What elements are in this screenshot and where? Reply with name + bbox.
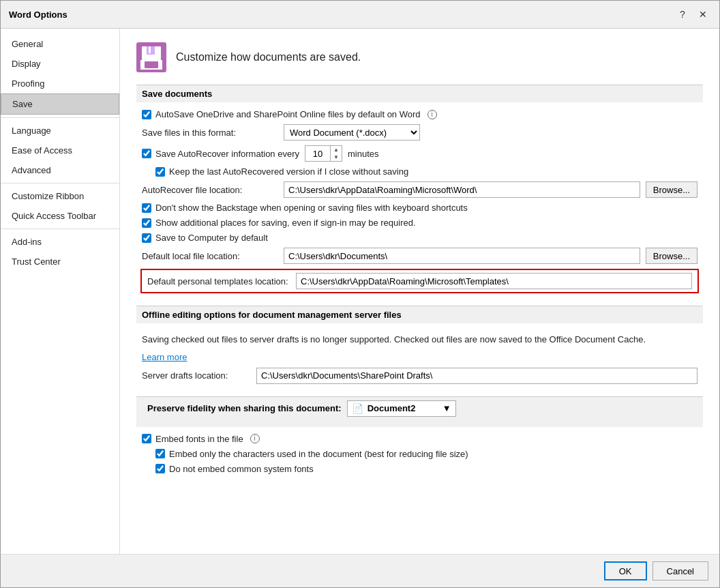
embed-fonts-checkbox[interactable]: [142, 434, 151, 443]
sidebar-item-customize-ribbon[interactable]: Customize Ribbon: [1, 186, 119, 206]
page-title: Customize how documents are saved.: [176, 51, 361, 63]
cancel-button[interactable]: Cancel: [652, 561, 708, 580]
embed-fonts-info-icon: i: [250, 434, 260, 443]
default-local-row: Default local file location: Browse...: [136, 248, 703, 264]
embed-fonts-row: Embed fonts in the file i: [136, 434, 703, 444]
sidebar-item-save[interactable]: Save: [1, 93, 119, 115]
save-computer-checkbox[interactable]: [142, 233, 151, 243]
spinner-up[interactable]: ▲: [331, 146, 342, 153]
no-backstage-label[interactable]: Don't show the Backstage when opening or…: [142, 203, 468, 213]
spinner-down[interactable]: ▼: [331, 153, 342, 161]
default-templates-label: Default personal templates location:: [147, 276, 290, 286]
help-button[interactable]: ?: [674, 6, 691, 23]
server-drafts-input[interactable]: [256, 368, 698, 384]
spinner-arrows: ▲ ▼: [330, 146, 342, 161]
embed-chars-row: Embed only the characters used in the do…: [136, 449, 703, 459]
save-computer-text: Save to Computer by default: [155, 233, 268, 243]
svg-rect-3: [149, 46, 151, 53]
page-header: Customize how documents are saved.: [136, 42, 703, 72]
learn-more-row: Learn more: [136, 352, 703, 368]
additional-places-text: Show additional places for saving, even …: [155, 218, 416, 228]
autosave-info-icon: i: [427, 110, 437, 119]
preserve-fidelity-header: Preserve fidelity when sharing this docu…: [136, 396, 703, 427]
additional-places-row: Show additional places for saving, even …: [136, 218, 703, 228]
word-options-dialog: Word Options ? ✕ General Display Proofin…: [0, 0, 720, 588]
save-format-label: Save files in this format:: [142, 128, 278, 138]
save-format-row: Save files in this format: Word Document…: [136, 124, 703, 141]
default-local-browse-button[interactable]: Browse...: [646, 248, 698, 264]
dialog-body: General Display Proofing Save Language E…: [1, 29, 719, 554]
learn-more-link[interactable]: Learn more: [142, 352, 187, 362]
close-button[interactable]: ✕: [695, 6, 711, 23]
embed-chars-checkbox[interactable]: [155, 449, 165, 458]
no-system-fonts-checkbox[interactable]: [155, 464, 165, 473]
default-templates-input[interactable]: [296, 273, 692, 289]
additional-places-checkbox[interactable]: [142, 218, 151, 228]
autorecover-label[interactable]: Save AutoRecover information every: [142, 149, 299, 159]
sidebar-item-general[interactable]: General: [1, 34, 119, 54]
title-bar-controls: ? ✕: [674, 6, 711, 23]
autosave-checkbox[interactable]: [142, 110, 151, 119]
server-drafts-row: Server drafts location:: [136, 368, 703, 384]
embed-chars-text: Embed only the characters used in the do…: [169, 449, 468, 459]
fidelity-header-row: Preserve fidelity when sharing this docu…: [142, 400, 698, 417]
sidebar-divider-3: [1, 229, 119, 229]
sidebar-item-advanced[interactable]: Advanced: [1, 160, 119, 180]
dialog-footer: OK Cancel: [1, 554, 719, 587]
autorecover-location-input[interactable]: [284, 181, 640, 198]
document-select[interactable]: 📄 Document2 ▼: [347, 400, 456, 417]
autosave-text: AutoSave OneDrive and SharePoint Online …: [155, 109, 421, 119]
sidebar-item-language[interactable]: Language: [1, 121, 119, 141]
preserve-fidelity-section: Preserve fidelity when sharing this docu…: [136, 396, 703, 474]
autorecover-row: Save AutoRecover information every ▲ ▼ m…: [136, 145, 703, 162]
document-icon: 📄: [352, 403, 363, 414]
title-bar: Word Options ? ✕: [1, 1, 719, 29]
dropdown-arrow-icon: ▼: [442, 403, 451, 413]
offline-description: Saving checked out files to server draft…: [136, 330, 703, 352]
sidebar-divider-2: [1, 183, 119, 183]
embed-chars-label[interactable]: Embed only the characters used in the do…: [155, 449, 468, 459]
keep-last-text: Keep the last AutoRecovered version if I…: [169, 166, 408, 177]
embed-fonts-label[interactable]: Embed fonts in the file i: [142, 434, 260, 444]
autorecover-input[interactable]: [305, 146, 330, 161]
server-drafts-label: Server drafts location:: [142, 370, 251, 381]
save-documents-header: Save documents: [136, 85, 703, 102]
save-computer-label[interactable]: Save to Computer by default: [142, 233, 268, 243]
sidebar-item-add-ins[interactable]: Add-ins: [1, 232, 119, 252]
save-computer-row: Save to Computer by default: [136, 233, 703, 243]
embed-fonts-text: Embed fonts in the file: [155, 434, 243, 444]
svg-rect-5: [145, 61, 158, 68]
no-backstage-checkbox[interactable]: [142, 203, 151, 213]
autorecover-text: Save AutoRecover information every: [155, 149, 299, 159]
autosave-row: AutoSave OneDrive and SharePoint Online …: [136, 109, 703, 119]
autosave-label[interactable]: AutoSave OneDrive and SharePoint Online …: [142, 109, 437, 119]
fidelity-title: Preserve fidelity when sharing this docu…: [147, 403, 342, 413]
no-system-fonts-row: Do not embed common system fonts: [136, 464, 703, 474]
dialog-title: Word Options: [9, 10, 68, 20]
autorecover-browse-button[interactable]: Browse...: [646, 181, 698, 198]
sidebar-item-display[interactable]: Display: [1, 54, 119, 74]
sidebar-divider: [1, 117, 119, 118]
ok-button[interactable]: OK: [604, 561, 647, 580]
keep-last-checkbox[interactable]: [155, 167, 165, 177]
default-local-label: Default local file location:: [142, 251, 278, 261]
no-backstage-row: Don't show the Backstage when opening or…: [136, 203, 703, 213]
save-format-select[interactable]: Word Document (*.docx): [284, 124, 420, 141]
sidebar-item-ease-of-access[interactable]: Ease of Access: [1, 141, 119, 160]
autorecover-location-row: AutoRecover file location: Browse...: [136, 181, 703, 198]
no-system-fonts-label[interactable]: Do not embed common system fonts: [155, 464, 314, 474]
default-templates-row: Default personal templates location:: [140, 269, 699, 293]
offline-editing-header: Offline editing options for document man…: [136, 306, 703, 323]
sidebar-item-trust-center[interactable]: Trust Center: [1, 252, 119, 271]
sidebar-item-quick-access-toolbar[interactable]: Quick Access Toolbar: [1, 206, 119, 226]
keep-last-label[interactable]: Keep the last AutoRecovered version if I…: [155, 166, 408, 177]
sidebar-item-proofing[interactable]: Proofing: [1, 74, 119, 93]
main-content: Customize how documents are saved. Save …: [120, 29, 719, 554]
keep-last-row: Keep the last AutoRecovered version if I…: [136, 166, 703, 177]
additional-places-label[interactable]: Show additional places for saving, even …: [142, 218, 416, 228]
default-local-input[interactable]: [284, 248, 640, 264]
document-name: Document2: [368, 403, 438, 413]
autorecover-spinner[interactable]: ▲ ▼: [305, 145, 342, 162]
autorecover-checkbox[interactable]: [142, 149, 151, 158]
no-backstage-text: Don't show the Backstage when opening or…: [155, 203, 468, 213]
